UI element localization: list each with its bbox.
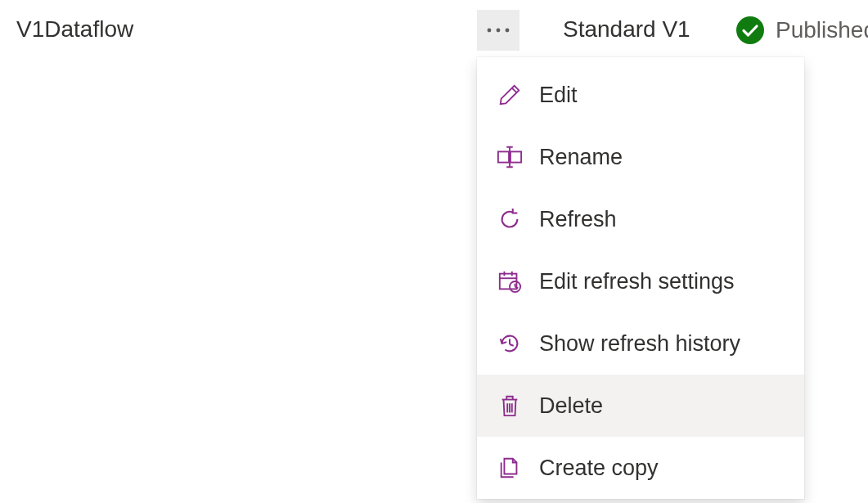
svg-line-14 bbox=[515, 287, 519, 289]
rename-icon bbox=[497, 144, 523, 170]
menu-item-label: Edit bbox=[539, 83, 578, 108]
dataflow-row: V1Dataflow Standard V1 Published bbox=[0, 0, 868, 65]
menu-item-label: Edit refresh settings bbox=[539, 269, 735, 294]
svg-point-1 bbox=[497, 29, 501, 33]
delete-icon bbox=[497, 393, 523, 419]
menu-item-label: Refresh bbox=[539, 207, 617, 232]
menu-item-label: Rename bbox=[539, 145, 623, 170]
dataflow-status: Published bbox=[736, 16, 868, 44]
menu-item-label: Create copy bbox=[539, 456, 659, 481]
svg-line-16 bbox=[510, 344, 514, 346]
menu-item-rename[interactable]: Rename bbox=[477, 126, 804, 188]
svg-point-2 bbox=[506, 29, 510, 33]
dataflow-name[interactable]: V1Dataflow bbox=[16, 16, 133, 43]
menu-item-edit-refresh-settings[interactable]: Edit refresh settings bbox=[477, 250, 804, 312]
svg-rect-6 bbox=[510, 151, 521, 162]
svg-line-4 bbox=[512, 88, 517, 93]
refresh-icon bbox=[497, 206, 523, 232]
refresh-settings-icon bbox=[497, 268, 523, 294]
menu-item-create-copy[interactable]: Create copy bbox=[477, 437, 804, 499]
more-options-button[interactable] bbox=[477, 10, 519, 51]
more-options-menu: Edit Rename Refresh bbox=[477, 57, 804, 499]
svg-point-3 bbox=[736, 16, 764, 44]
success-check-icon bbox=[736, 16, 764, 44]
menu-item-refresh[interactable]: Refresh bbox=[477, 188, 804, 250]
svg-point-0 bbox=[488, 29, 492, 33]
menu-item-label: Show refresh history bbox=[539, 331, 740, 357]
history-icon bbox=[497, 330, 523, 357]
menu-item-delete[interactable]: Delete bbox=[477, 375, 804, 437]
menu-item-edit[interactable]: Edit bbox=[477, 64, 804, 126]
status-label: Published bbox=[776, 17, 868, 43]
menu-item-show-refresh-history[interactable]: Show refresh history bbox=[477, 312, 804, 375]
dataflow-type: Standard V1 bbox=[563, 16, 690, 43]
more-icon bbox=[486, 27, 510, 34]
edit-icon bbox=[497, 82, 523, 108]
copy-icon bbox=[497, 455, 523, 481]
menu-item-label: Delete bbox=[539, 393, 603, 419]
svg-rect-5 bbox=[498, 151, 509, 162]
